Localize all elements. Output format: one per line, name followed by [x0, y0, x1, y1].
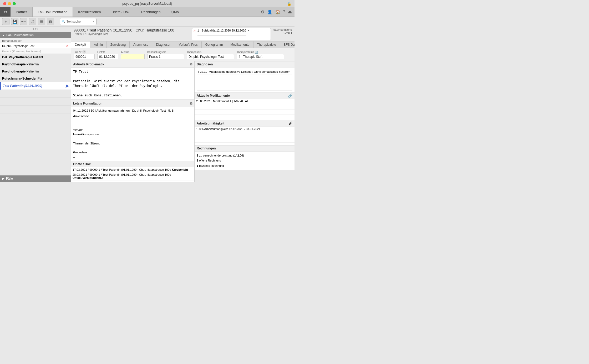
tab-admin[interactable]: Admin: [90, 41, 107, 48]
fall-nr-help-icon[interactable]: ?: [82, 50, 86, 54]
fall-nr-value: 990001: [74, 54, 95, 59]
briefe-dok-title: Briefe / Dok.: [73, 162, 92, 166]
rechnung-item-3: 1 bezahlte Rechnung: [197, 163, 292, 169]
add-button[interactable]: +: [2, 18, 9, 25]
aktuelle-problematik-header: Aktuelle Problematik ⧉: [71, 61, 194, 68]
nav-tab-fall-dokumentation[interactable]: Fall-Dokumentation: [33, 7, 73, 17]
patient-item-2[interactable]: Psychotherapie Patientin: [0, 61, 71, 68]
toolbar: + 💾 PDF 🖨 ☰ 🗑 🔍 ✕: [0, 17, 294, 27]
therapeut-value[interactable]: Dr. phil. Psychologin Test: [187, 54, 234, 59]
tab-zuweisung[interactable]: Zuweisung: [107, 41, 130, 48]
tab-bfs-daten[interactable]: BFS Daten: [280, 41, 294, 48]
clear-search-icon[interactable]: ✕: [92, 20, 95, 23]
tab-verlauf[interactable]: Verlauf / Proc: [175, 41, 202, 48]
save-button[interactable]: 💾: [11, 18, 18, 25]
gear-icon[interactable]: ⚙: [261, 9, 265, 14]
user-icon[interactable]: 👤: [267, 9, 272, 14]
briefe-item-2[interactable]: 28.03.2021 / 99000-1 / Test Patientin (0…: [71, 172, 194, 180]
help-icon[interactable]: ?: [283, 10, 285, 14]
briefe-item-3[interactable]: 04.08.2021 / 99000-1 / Test Patientin (0…: [71, 180, 194, 182]
nav-tab-rechnungen[interactable]: Rechnungen: [136, 7, 166, 17]
close-button[interactable]: [3, 2, 6, 5]
diagnosen-content: F32.10 Mittelgradige depressive Episode …: [195, 67, 294, 92]
aktuelle-problematik-section: Aktuelle Problematik ⧉ TP Trust Patienti…: [71, 61, 194, 100]
chevron-right-icon: ▶: [2, 177, 4, 180]
arrow-right-icon: ▶: [66, 84, 69, 88]
home-icon[interactable]: 🏠: [275, 9, 280, 14]
medikamente-row-empty-3: [195, 115, 294, 120]
sidebar-section-faelle[interactable]: ▶ Fälle: [0, 175, 71, 182]
austritt-label: Austritt: [121, 51, 145, 54]
main-panel: 990001 / Test Patientin (01.01.1990), Ch…: [71, 27, 294, 182]
nav-tab-konsultationen[interactable]: Konsultationen: [73, 7, 106, 17]
medikamente-icon[interactable]: 🔗: [288, 93, 292, 98]
medikamente-header: Aktuelle Medikamente 🔗: [195, 92, 294, 99]
eintritt-label: Eintritt: [97, 51, 118, 54]
alert-icon: ⚠: [193, 29, 196, 33]
patient-name: 990001 / Test Patientin (01.01.1990), Ch…: [74, 28, 189, 32]
logout-icon[interactable]: ⏏: [288, 9, 292, 14]
patient-item-5-active[interactable]: Test Patientin (01.01.1990) ▶: [0, 82, 71, 90]
copy-icon[interactable]: ⧉: [190, 62, 192, 66]
therapiestatus-value[interactable]: 4 - Therapie läuft: [237, 54, 284, 59]
rechnung-item-1: 1 zu verrechnende Leistung (142.00): [197, 153, 292, 158]
aktuelle-problematik-title: Aktuelle Problematik: [73, 63, 104, 66]
briefe-item-1[interactable]: 17.03.2021 / 99000-1 / Test Patientin (0…: [71, 167, 194, 172]
company-name: easy-solutionsGmbH: [273, 28, 292, 34]
delete-button[interactable]: 🗑: [47, 18, 54, 25]
tab-therapieziele[interactable]: Therapieziele: [253, 41, 280, 48]
nav-tab-qmo[interactable]: QMo: [166, 7, 184, 17]
pdf-button[interactable]: PDF: [20, 18, 27, 25]
minimize-button[interactable]: [8, 2, 11, 5]
clear-behandlungsort-button[interactable]: ✕: [66, 44, 69, 48]
maximize-button[interactable]: [13, 2, 16, 5]
case-fields: Fall-Nr ? 990001 Eintritt 01.12.2020 Aus…: [71, 48, 294, 61]
patient-search-field[interactable]: Patient (Vorname, Nachname): [0, 49, 71, 54]
content-tabs: Cockpit Admin Zuweisung Anamnese Diagnos…: [71, 41, 294, 48]
external-link-icon[interactable]: ⧉: [190, 101, 192, 106]
toolbar-separator: [57, 18, 57, 25]
list-button[interactable]: ☰: [38, 18, 45, 25]
briefe-dok-header: Briefe / Dok.: [71, 161, 194, 167]
scroll-up-icon[interactable]: ▲: [247, 29, 250, 32]
austritt-value[interactable]: [121, 54, 145, 59]
patient-item-4[interactable]: Rutschmann-Schnyder Pia: [0, 75, 71, 82]
sidebar-section-fall-dokumentation[interactable]: ▼ Fall-Dokumentation: [0, 32, 71, 38]
austritt-group: Austritt: [121, 51, 145, 59]
right-column: Diagnosen F32.10 Mittelgradige depressiv…: [195, 61, 294, 182]
lock-icon: 🔒: [287, 2, 291, 6]
behandlungsort-case-label: Behandlungsort: [147, 51, 184, 54]
behandlungsort-case-value[interactable]: Praxis 1: [147, 54, 184, 59]
briefe-list: 17.03.2021 / 99000-1 / Test Patientin (0…: [71, 167, 194, 182]
print-button[interactable]: 🖨: [29, 18, 36, 25]
konsultation-date-line: 04.11.2022 | 50 | Abklärungsmassnahmen |…: [73, 108, 192, 113]
nav-tab-partner[interactable]: Partner: [11, 7, 33, 17]
tab-diagnosen[interactable]: Diagnosen: [152, 41, 175, 48]
patient-item-3[interactable]: Psychotherapie Patientin: [0, 68, 71, 75]
aktuelle-problematik-text[interactable]: TP Trust Patientin, wird zuerst von der …: [71, 68, 194, 99]
rechnungen-content: 1 zu verrechnende Leistung (142.00) 1 of…: [195, 152, 294, 170]
patient-item-8: [0, 106, 71, 113]
nav-icon-group: ⚙ 👤 🏠 ? ⏏: [258, 7, 294, 17]
therapiestatus-label: Therapiestatus: [237, 51, 254, 54]
arbeitsunfaehigkeit-icon[interactable]: 🖊: [289, 121, 292, 126]
nav-tab-briefe[interactable]: Briefe / Dok.: [106, 7, 136, 17]
tab-medikamente[interactable]: Medikamente: [227, 41, 253, 48]
letzte-konsultation-header: Letzte Konsultation ⧉: [71, 100, 194, 107]
refresh-icon[interactable]: 🔄: [255, 51, 258, 54]
patient-item-1[interactable]: Del. Psychotherapie Patient: [0, 54, 71, 61]
diagnosen-title: Diagnosen: [197, 63, 213, 66]
patient-header: 990001 / Test Patientin (01.01.1990), Ch…: [74, 28, 189, 35]
tab-genogramm[interactable]: Genogramm: [202, 41, 227, 48]
search-box[interactable]: 🔍 ✕: [60, 18, 97, 25]
window-controls[interactable]: [3, 2, 16, 5]
medikamente-row-empty-2: [195, 110, 294, 115]
tab-cockpit[interactable]: Cockpit: [71, 41, 90, 48]
tab-anamnese[interactable]: Anamnese: [130, 41, 152, 48]
arbeitsunfaehigkeit-title: Arbeitsunfähigkeit: [197, 122, 224, 125]
search-input[interactable]: [67, 20, 92, 23]
arbeits-row-empty-2: [195, 137, 294, 143]
fall-nr-group: Fall-Nr ? 990001: [74, 50, 95, 59]
patient-list: Del. Psychotherapie Patient Psychotherap…: [0, 54, 71, 175]
eintritt-value[interactable]: 01.12.2020: [97, 54, 118, 59]
